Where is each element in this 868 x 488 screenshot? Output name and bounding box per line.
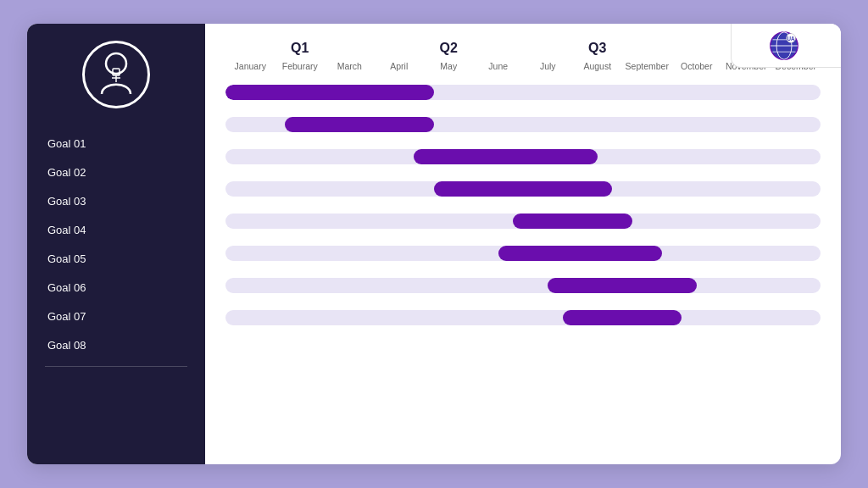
gantt-bar [498,246,662,261]
gantt-bar [414,149,597,164]
gantt-row [222,175,821,203]
month-label: June [474,61,524,71]
sidebar-goal-label: Goal 04 [41,215,192,244]
month-label: March [325,61,375,71]
svg-text:UA: UA [787,35,795,41]
gantt-track [225,246,821,261]
sidebar-goal-label: Goal 06 [41,273,192,302]
sidebar-goal-label: Goal 02 [41,158,192,186]
gantt-bar [548,278,697,293]
main-card: UA Goal 01Goal 02Goal 03Goal 04Goal 05Go… [27,24,841,464]
gantt-row [222,303,821,332]
gantt-row [222,110,821,139]
gantt-bar [563,310,682,325]
gantt-rows [222,78,821,447]
goal-labels-list: Goal 01Goal 02Goal 03Goal 04Goal 05Goal … [27,129,205,359]
gantt-row [222,142,821,171]
month-label: August [573,61,623,71]
sidebar: Goal 01Goal 02Goal 03Goal 04Goal 05Goal … [27,24,205,464]
month-label: July [523,61,573,71]
gantt-bar [225,85,434,100]
quarter-label: Q3 [523,41,672,56]
gantt-bar [285,117,434,132]
month-label: October [672,61,722,71]
month-label: January [225,61,275,71]
quarter-block: Q1 [225,41,375,58]
person-icon [95,52,137,98]
month-label: Feburary [275,61,326,71]
gantt-track [225,278,821,293]
month-label: April [375,61,425,71]
sidebar-goal-label: Goal 08 [41,330,192,359]
gantt-track [225,214,821,229]
month-label: September [622,61,672,71]
gantt-row [222,271,821,300]
quarter-block: Q3 [523,41,672,58]
sidebar-goal-label: Goal 05 [41,244,192,273]
gantt-track [225,85,821,100]
gantt-track [225,149,821,164]
quarter-label: Q2 [375,41,524,56]
gantt-track [225,181,821,197]
gantt-bar [434,181,613,197]
gantt-content: Q1Q2Q3Q4 JanuaryFeburaryMarchAprilMayJun… [205,24,841,464]
sidebar-goal-label: Goal 03 [41,186,192,215]
month-label: May [424,61,474,71]
gantt-row [222,207,821,236]
gantt-row [222,78,821,107]
svg-point-7 [106,53,126,74]
sidebar-divider [45,366,187,367]
months-row: JanuaryFeburaryMarchAprilMayJuneJulyAugu… [222,61,821,71]
quarter-block: Q2 [375,41,524,58]
sidebar-goal-label: Goal 01 [41,129,192,158]
sidebar-goal-label: Goal 07 [41,302,192,330]
gantt-track [225,310,821,325]
logo-globe-icon: UA [769,30,799,61]
avatar [82,41,150,108]
gantt-track [225,117,821,132]
logo-area: UA [731,24,841,68]
gantt-bar [513,214,632,229]
quarter-label: Q1 [225,41,375,56]
gantt-row [222,239,821,268]
